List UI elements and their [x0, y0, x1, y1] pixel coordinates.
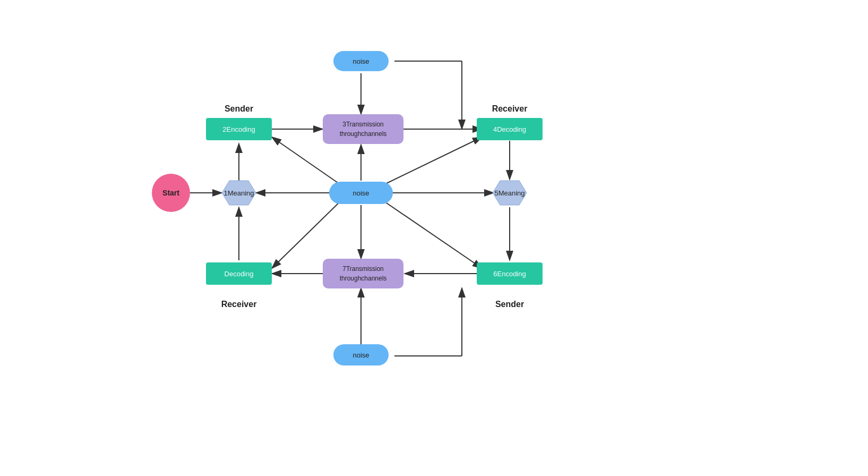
- sender-bottom-label: Sender: [495, 300, 524, 309]
- arrow-noise-center-to-6encoding: [383, 201, 482, 268]
- receiver-bottom-label: Receiver: [221, 300, 257, 309]
- decoding-label: Decoding: [225, 270, 254, 278]
- 2encoding-label: 2Encoding: [222, 125, 255, 133]
- start-label: Start: [162, 189, 179, 197]
- noise-top-label: noise: [353, 57, 369, 65]
- 3transmission-label-2: throughchannels: [340, 130, 387, 138]
- 5meaning-label: 5Meaning: [494, 189, 525, 197]
- arrow-noise-center-to-2encoding: [272, 137, 341, 185]
- 7transmission-node[interactable]: [323, 259, 403, 288]
- 4decoding-label: 4Decoding: [493, 125, 526, 133]
- 3transmission-node[interactable]: [323, 114, 403, 144]
- arrow-noise-center-to-4decoding: [383, 137, 482, 185]
- 7transmission-label-1: 7Transmission: [342, 265, 384, 273]
- arrow-noise-center-to-decoding: [272, 201, 341, 268]
- 7transmission-label-2: throughchannels: [340, 275, 387, 282]
- 1meaning-label: 1Meaning: [224, 189, 254, 197]
- 3transmission-label-1: 3Transmission: [342, 121, 384, 128]
- 6encoding-label: 6Encoding: [493, 270, 526, 278]
- noise-center-label: noise: [353, 189, 369, 197]
- noise-bottom-label: noise: [353, 351, 369, 359]
- receiver-top-label: Receiver: [492, 104, 528, 113]
- sender-top-label: Sender: [225, 104, 253, 113]
